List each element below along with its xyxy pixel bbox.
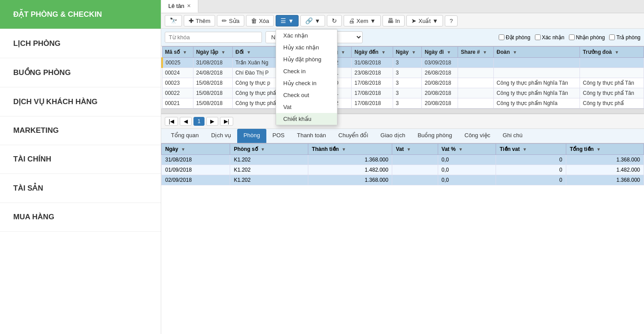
page-next-button[interactable]: ▶ xyxy=(206,117,218,126)
filter-ma-so-icon[interactable]: ▼ xyxy=(183,50,187,55)
detail-filter-ngay-icon[interactable]: ▼ xyxy=(181,147,186,152)
page-last-button[interactable]: ▶| xyxy=(220,117,233,126)
tab-buong-phong[interactable]: Buồng phòng xyxy=(411,129,458,143)
page-1-button[interactable]: 1 xyxy=(193,117,205,126)
table-row[interactable]: 00025 31/08/2018 Trần Xuân Ng K1.202 31/… xyxy=(162,58,644,68)
tab-tong-quan[interactable]: Tổng quan xyxy=(165,129,205,143)
detail-col-thanh-tien: Thành tiền ▼ xyxy=(308,144,392,155)
tab-cong-viec[interactable]: Công việc xyxy=(458,129,497,143)
tab-giao-dich[interactable]: Giao dịch xyxy=(374,129,411,143)
table-row[interactable]: 00024 24/08/2018 Chí Đào Thị P K1.301 23… xyxy=(162,68,644,78)
print-icon: 🖶 xyxy=(387,17,394,24)
link-button[interactable]: 🔗 ▼ xyxy=(300,15,325,26)
main-data-table: Mã số ▼ Ngày lập ▼ Đối ▼ Phòng ▼ xyxy=(161,46,644,109)
page-prev-button[interactable]: ◀ xyxy=(180,117,192,126)
menu-icon: ☰ xyxy=(280,17,286,24)
in-button[interactable]: 🖶 In xyxy=(383,15,405,26)
detail-filter-thanh-tien-icon[interactable]: ▼ xyxy=(341,147,346,152)
sidebar-item-dich-vu[interactable]: DỊCH VỤ KHÁCH HÀNG xyxy=(0,87,161,116)
dropdown-huy-check-in[interactable]: Hủy check in xyxy=(276,77,337,89)
tra-phong-checkbox[interactable] xyxy=(609,34,615,40)
sua-button[interactable]: ✏ Sửa xyxy=(217,15,244,26)
edit-icon: ✏ xyxy=(222,17,227,24)
detail-table-area: Ngày ▼ Phòng số ▼ Thành tiền ▼ Vat xyxy=(161,143,644,334)
filter-ngay-lap-icon[interactable]: ▼ xyxy=(221,50,226,55)
xoa-button[interactable]: 🗑 Xóa xyxy=(246,15,274,26)
dropdown-huy-xac-nhan[interactable]: Hủy xác nhận xyxy=(276,41,337,53)
detail-filter-vat-pct-icon[interactable]: ▼ xyxy=(458,147,463,152)
col-share: Share # ▼ xyxy=(458,47,494,58)
filter-ngay-di-icon[interactable]: ▼ xyxy=(447,50,451,55)
layout-lower: Tổng quan Dịch vụ Phòng POS Thanh toán C… xyxy=(161,129,644,334)
xem-button[interactable]: 🖨 Xem ▼ xyxy=(344,15,381,26)
search-input[interactable] xyxy=(165,32,262,43)
tab-dich-vu[interactable]: Dịch vụ xyxy=(205,129,237,143)
detail-col-tien-vat: Tiền vat ▼ xyxy=(496,144,566,155)
sidebar-item-marketing[interactable]: MARKETING xyxy=(0,116,161,145)
plus-icon: ✚ xyxy=(189,17,194,24)
filter-doan-icon[interactable]: ▼ xyxy=(513,50,517,55)
close-tab-icon[interactable]: ✕ xyxy=(187,3,191,9)
dropdown-chiet-khau[interactable]: Chiết khấu xyxy=(276,113,337,125)
filter-ngay-den-icon[interactable]: ▼ xyxy=(381,50,386,55)
checkboxes-area: Đặt phòng Xác nhận Nhận phòng Trả phòng xyxy=(499,34,640,41)
tab-le-tan[interactable]: Lê tân ✕ xyxy=(161,0,198,13)
horizontal-scrollbar[interactable] xyxy=(161,109,644,114)
dropdown-check-in[interactable]: Check in xyxy=(276,65,337,77)
dropdown-xac-nhan[interactable]: Xác nhận xyxy=(276,30,337,41)
table-row[interactable]: 00022 15/08/2018 Công ty thực phẩm Nghĩa… xyxy=(162,88,644,98)
dropdown-check-out[interactable]: Check out xyxy=(276,89,337,101)
help-button[interactable]: ? xyxy=(445,15,458,26)
sidebar-item-tai-chinh[interactable]: TÀI CHÍNH xyxy=(0,145,161,174)
filter-truong-doan-icon[interactable]: ▼ xyxy=(615,50,619,55)
dropdown-huy-dat-phong[interactable]: Hủy đặt phòng xyxy=(276,53,337,65)
menu-button[interactable]: ☰ ▼ xyxy=(276,15,299,26)
tab-chuyen-doi[interactable]: Chuyển đổi xyxy=(332,129,374,143)
detail-table-row[interactable]: 01/09/2018 K1.202 1.482.000 0,0 0 1.482.… xyxy=(162,165,644,175)
toolbar: 🔭 ✚ Thêm ✏ Sửa 🗑 Xóa ☰ ▼ Xác nhận Hủy xá… xyxy=(161,13,644,29)
refresh-icon: ↻ xyxy=(332,17,337,24)
them-button[interactable]: ✚ Thêm xyxy=(184,15,215,26)
xuat-button[interactable]: ➤ Xuất ▼ xyxy=(406,15,443,26)
sidebar: ĐẶT PHÒNG & CHECKIN LỊCH PHÒNG BUỒNG PHÒ… xyxy=(0,0,161,334)
binoculars-icon: 🔭 xyxy=(170,17,177,24)
table-row[interactable]: 00023 15/08/2018 Công ty thực p K1.300 1… xyxy=(162,78,644,88)
search-button[interactable]: 🔭 xyxy=(165,15,182,26)
sidebar-item-buong-phong[interactable]: BUỒNG PHÒNG xyxy=(0,58,161,87)
detail-filter-tong-tien-icon[interactable]: ▼ xyxy=(596,147,601,152)
sidebar-item-mua-hang[interactable]: MUA HÀNG xyxy=(0,203,161,232)
table-row[interactable]: 00021 15/08/2018 Công ty thực phẩm Nghĩa… xyxy=(162,98,644,109)
col-ngay: Ngày ▼ xyxy=(393,47,422,58)
tab-thanh-toan[interactable]: Thanh toán xyxy=(291,129,332,143)
detail-filter-phong-so-icon[interactable]: ▼ xyxy=(261,147,265,152)
nhan-phong-checkbox[interactable] xyxy=(569,34,575,40)
sidebar-item-lich-phong[interactable]: LỊCH PHÒNG xyxy=(0,29,161,58)
detail-filter-vat-icon[interactable]: ▼ xyxy=(407,147,411,152)
tab-pos[interactable]: POS xyxy=(266,129,291,143)
col-ngay-den: Ngày đến ▼ xyxy=(352,47,393,58)
filter-ngay-icon[interactable]: ▼ xyxy=(412,50,416,55)
detail-table-row[interactable]: 31/08/2018 K1.202 1.368.000 0,0 0 1.368.… xyxy=(162,155,644,165)
tab-ghi-chu[interactable]: Ghi chú xyxy=(496,129,529,143)
filter-doi-icon[interactable]: ▼ xyxy=(246,50,251,55)
filter-share-icon[interactable]: ▼ xyxy=(483,50,487,55)
detail-col-tong-tien: Tổng tiền ▼ xyxy=(566,144,644,155)
checkbox-tra-phong: Trả phòng xyxy=(609,34,640,41)
refresh-button[interactable]: ↻ xyxy=(327,15,342,26)
detail-col-vat-pct: Vat % ▼ xyxy=(438,144,496,155)
tab-phong[interactable]: Phòng xyxy=(237,129,266,143)
page-first-button[interactable]: |◀ xyxy=(165,117,178,126)
sidebar-item-dat-phong[interactable]: ĐẶT PHÒNG & CHECKIN xyxy=(0,0,161,29)
col-doan: Đoàn ▼ xyxy=(494,47,580,58)
detail-table-row[interactable]: 02/09/2018 K1.202 1.368.000 0,0 0 1.368.… xyxy=(162,175,644,185)
search-bar: Người sử dụng Đặt phòng Xác nhận Nhận ph… xyxy=(161,29,644,46)
bottom-tabs: Tổng quan Dịch vụ Phòng POS Thanh toán C… xyxy=(161,129,644,143)
sidebar-item-tai-san[interactable]: TÀI SẢN xyxy=(0,174,161,203)
xac-nhan-checkbox[interactable] xyxy=(535,34,541,40)
detail-col-ngay: Ngày ▼ xyxy=(162,144,230,155)
detail-filter-tien-vat-icon[interactable]: ▼ xyxy=(523,147,527,152)
dropdown-vat[interactable]: Vat xyxy=(276,101,337,113)
col-ma-so: Mã số ▼ xyxy=(162,47,193,58)
dat-phong-checkbox[interactable] xyxy=(499,34,504,40)
filter-phong-icon[interactable]: ▼ xyxy=(341,50,345,55)
